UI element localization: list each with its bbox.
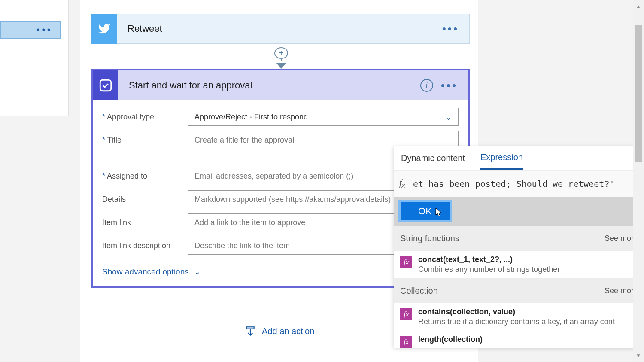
sidebar-collapsed-card[interactable]: ••• [0, 21, 61, 39]
action-header[interactable]: Start and wait for an approval i ••• [93, 70, 468, 100]
more-icon[interactable]: ••• [441, 79, 468, 92]
vertical-scrollbar[interactable]: ▲ ▼ [633, 0, 644, 362]
ok-button[interactable]: OK [398, 200, 452, 222]
add-action-button[interactable]: Add an action [245, 325, 314, 337]
svg-rect-0 [100, 80, 111, 91]
field-label: Assigned to [102, 172, 188, 181]
show-advanced-options-link[interactable]: Show advanced options ⌄ [102, 267, 200, 277]
field-label: Item link description [102, 241, 188, 250]
chevron-down-icon: ⌄ [445, 112, 452, 122]
arrow-down-icon [276, 63, 286, 69]
info-icon[interactable]: i [420, 79, 433, 92]
expression-popover: Dynamic content Expression fx et has bee… [394, 146, 644, 348]
field-label: Title [102, 136, 188, 145]
fx-badge-icon: fx [400, 336, 412, 348]
function-contains[interactable]: fx contains(collection, value) Returns t… [394, 303, 644, 331]
function-signature: concat(text_1, text_2?, ...) [418, 255, 560, 264]
fx-badge-icon: fx [400, 308, 412, 320]
select-value: Approve/Reject - First to respond [194, 113, 308, 122]
action-card-retweet[interactable]: Retweet ••• [91, 14, 470, 44]
section-title: Collection [400, 286, 438, 296]
fx-badge-icon: fx [400, 256, 412, 268]
link-label: Add an action [262, 326, 314, 336]
sidebar-panel: ••• [0, 0, 69, 116]
button-label: OK [418, 206, 432, 217]
fx-icon: fx [399, 178, 405, 190]
scroll-thumb[interactable] [635, 25, 642, 162]
twitter-icon [91, 14, 117, 44]
cursor-icon [433, 207, 444, 219]
action-title: Start and wait for an approval [118, 80, 420, 91]
svg-rect-1 [246, 327, 254, 329]
add-action-icon [245, 325, 256, 337]
scroll-up-icon[interactable]: ▲ [635, 2, 642, 11]
section-string-functions: String functions See more [394, 226, 644, 251]
section-collection: Collection See more [394, 278, 644, 303]
scroll-down-icon[interactable]: ▼ [635, 351, 642, 360]
field-label: Details [102, 195, 188, 204]
function-concat[interactable]: fx concat(text_1, text_2?, ...) Combines… [394, 251, 644, 278]
chevron-down-icon: ⌄ [194, 267, 200, 277]
tab-expression[interactable]: Expression [480, 146, 523, 170]
tab-dynamic-content[interactable]: Dynamic content [401, 147, 465, 169]
function-signature: contains(collection, value) [418, 307, 615, 316]
field-approval-type: Approval type Approve/Reject - First to … [102, 107, 459, 126]
approval-type-select[interactable]: Approve/Reject - First to respond ⌄ [188, 108, 459, 126]
link-label: Show advanced options [102, 267, 189, 277]
approval-icon [93, 70, 118, 100]
field-label: Item link [102, 218, 188, 227]
function-description: Combines any number of strings together [418, 265, 560, 274]
function-signature: length(collection) [418, 335, 483, 344]
section-title: String functions [400, 234, 459, 243]
more-icon[interactable]: ••• [442, 22, 469, 36]
function-length[interactable]: fx length(collection) [394, 331, 644, 348]
action-title: Retweet [117, 23, 442, 34]
expression-input[interactable]: et has been posted; Should we retweet?' [413, 179, 615, 189]
expression-input-row[interactable]: fx et has been posted; Should we retweet… [394, 171, 644, 197]
field-label: Approval type [102, 113, 188, 122]
flow-connector: + [275, 44, 288, 69]
more-icon: ••• [36, 24, 52, 36]
function-description: Returns true if a dictionary contains a … [418, 317, 615, 326]
add-step-button[interactable]: + [274, 47, 288, 59]
